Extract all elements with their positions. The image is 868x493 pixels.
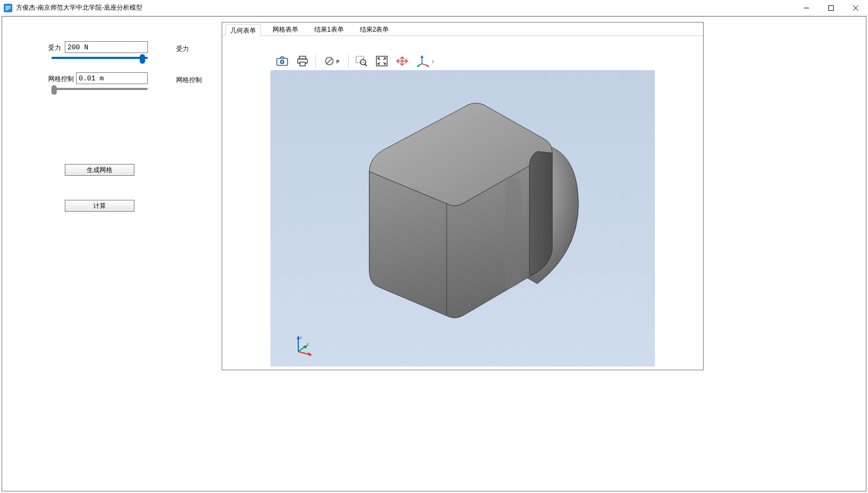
axis-triad-icon: z y x — [292, 334, 313, 356]
tab-result2[interactable]: 结果2表单 — [356, 24, 394, 35]
minimize-button[interactable] — [794, 0, 819, 16]
axis-z-label: z — [300, 335, 302, 340]
viewer-toolbar — [270, 52, 655, 70]
axis-orient-icon[interactable] — [414, 53, 437, 69]
tab-mesh[interactable]: 网格表单 — [268, 24, 303, 35]
force-mirror-label: 受力 — [176, 44, 189, 54]
mesh-label: 网格控制 — [48, 74, 74, 84]
camera-icon[interactable] — [274, 53, 291, 69]
mesh-input[interactable] — [76, 72, 148, 84]
client-area: 受力 受力 网格控制 网格控制 生成网格 计算 几何表单 网格表单 结果1表单 … — [2, 16, 866, 491]
tab-bar: 几何表单 网格表单 结果1表单 结果2表单 — [222, 23, 703, 36]
title-bar: 方俊杰-南京师范大学中北学院-底座分析模型 — [0, 0, 868, 16]
axis-y-label: y — [307, 341, 309, 346]
main-panel: 几何表单 网格表单 结果1表单 结果2表单 — [222, 22, 704, 370]
svg-line-3 — [853, 5, 858, 11]
viewer: z y x — [270, 52, 655, 367]
zoom-extents-icon[interactable] — [394, 53, 411, 69]
tab-geometry[interactable]: 几何表单 — [225, 24, 261, 36]
3d-canvas[interactable]: z y x — [270, 70, 655, 367]
print-icon[interactable] — [294, 53, 311, 69]
svg-rect-10 — [300, 62, 305, 66]
toolbar-separator — [348, 55, 349, 68]
window-title: 方俊杰-南京师范大学中北学院-底座分析模型 — [16, 3, 142, 12]
model-geometry — [270, 70, 655, 367]
svg-marker-24 — [432, 59, 434, 64]
force-input[interactable] — [65, 41, 148, 53]
force-label: 受力 — [48, 43, 61, 53]
close-button[interactable] — [843, 0, 868, 16]
toolbar-separator — [315, 55, 316, 68]
svg-line-12 — [327, 58, 332, 64]
fit-view-icon[interactable] — [373, 53, 390, 69]
tab-result1[interactable]: 结果1表单 — [310, 24, 348, 35]
side-panel: 受力 受力 网格控制 网格控制 生成网格 计算 — [2, 17, 222, 491]
mesh-mirror-label: 网格控制 — [176, 76, 202, 85]
svg-line-4 — [853, 5, 858, 11]
compute-button[interactable]: 计算 — [65, 200, 134, 212]
svg-marker-23 — [417, 64, 420, 67]
app-icon — [3, 3, 13, 13]
maximize-button[interactable] — [819, 0, 843, 16]
no-symbol-icon[interactable] — [320, 53, 344, 69]
axis-x-label: x — [309, 352, 311, 356]
viewer-wrap: z y x — [222, 36, 703, 370]
svg-point-7 — [281, 61, 283, 63]
force-slider[interactable] — [51, 53, 148, 63]
mesh-slider[interactable] — [51, 84, 148, 94]
svg-marker-19 — [420, 55, 424, 58]
svg-rect-2 — [829, 5, 834, 10]
svg-rect-8 — [299, 56, 306, 59]
generate-mesh-button[interactable]: 生成网格 — [65, 164, 134, 176]
svg-line-16 — [365, 64, 367, 66]
zoom-area-icon[interactable] — [353, 53, 370, 69]
